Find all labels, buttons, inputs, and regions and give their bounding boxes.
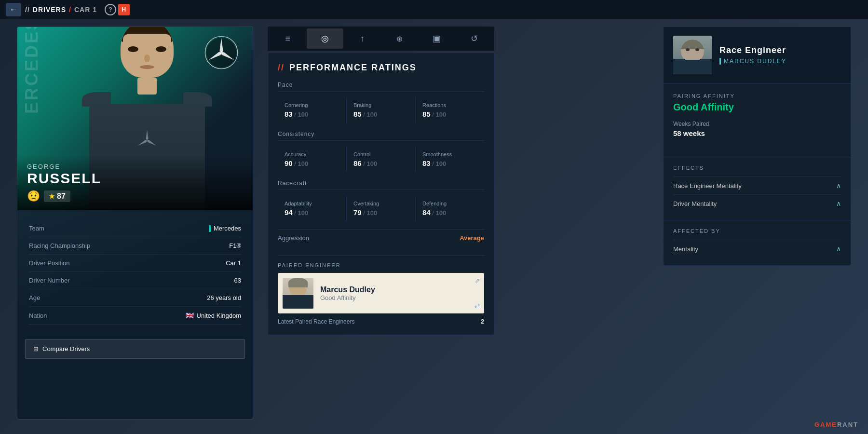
engineer-name: Marcus Dudley bbox=[320, 285, 375, 294]
help-buttons: ? H bbox=[105, 4, 130, 15]
driver-badges: 😟 ★ 87 bbox=[27, 190, 243, 203]
defending-label: Defending bbox=[422, 201, 477, 206]
latest-label: Latest Paired Race Engineers bbox=[278, 318, 354, 325]
top-bar: ← // DRIVERS / CAR 1 ? H bbox=[0, 0, 868, 19]
help-h-button[interactable]: H bbox=[118, 4, 130, 15]
uk-flag-icon: 🇬🇧 bbox=[186, 312, 194, 319]
braking-value: 85 / 100 bbox=[353, 110, 408, 118]
compare-icon: ⊟ bbox=[33, 345, 39, 353]
breadcrumb-slash: / bbox=[69, 6, 71, 14]
title-slashes: // bbox=[278, 63, 285, 73]
breadcrumb-subsection: CAR 1 bbox=[74, 6, 97, 14]
stat-value-position: Car 1 bbox=[226, 259, 241, 267]
engineer-name-text: MARCUS DUDLEY bbox=[724, 58, 787, 65]
stat-label-position: Driver Position bbox=[29, 259, 70, 267]
pairing-affinity-value: Good Affinity bbox=[673, 102, 841, 113]
overtaking-label: Overtaking bbox=[353, 201, 408, 206]
tab-history-icon: ↺ bbox=[471, 33, 478, 44]
effects-label: EFFECTS bbox=[673, 165, 841, 171]
back-button[interactable]: ← bbox=[6, 3, 21, 16]
paired-engineer-section: PAIRED ENGINEER Marcus Dudley Good Affin… bbox=[278, 255, 484, 325]
tab-history[interactable]: ↺ bbox=[456, 28, 492, 49]
tab-notes[interactable]: ▣ bbox=[419, 28, 455, 49]
cornering-value: 83 / 100 bbox=[285, 110, 339, 118]
stat-value-championship: F1® bbox=[229, 242, 241, 249]
aggression-row: Aggression Average bbox=[278, 229, 484, 246]
engineer-header-info: Race Engineer MARCUS DUDLEY bbox=[719, 45, 841, 65]
driver-first-name: GEORGE bbox=[27, 163, 243, 170]
watermark: GAMERANT bbox=[814, 421, 858, 428]
help-question-button[interactable]: ? bbox=[105, 4, 116, 15]
stat-row-championship: Racing Championship F1® bbox=[29, 237, 241, 255]
affected-row-mentality[interactable]: Mentality ∧ bbox=[673, 240, 841, 258]
latest-engineers-row: Latest Paired Race Engineers 2 bbox=[278, 313, 484, 325]
affected-section: AFFECTED BY Mentality ∧ bbox=[664, 220, 851, 265]
performance-card: // PERFORMANCE RATINGS Pace Cornering 83… bbox=[268, 53, 494, 335]
stat-label-age: Age bbox=[29, 294, 40, 301]
engineer-info: Marcus Dudley Good Affinity bbox=[320, 285, 375, 301]
stat-cornering: Cornering 83 / 100 bbox=[278, 97, 346, 123]
aggression-label: Aggression bbox=[278, 234, 309, 242]
chevron-up-icon: ∧ bbox=[836, 182, 841, 190]
svg-marker-8 bbox=[137, 139, 148, 147]
stat-row-nation: Nation 🇬🇧 United Kingdom bbox=[29, 307, 241, 325]
performance-panel: ≡ ◎ ↑ ⊕ ▣ ↺ // PERFORMANCE RATINGS Pace … bbox=[268, 27, 494, 420]
tab-development-icon: ↑ bbox=[360, 34, 365, 44]
tab-notes-icon: ▣ bbox=[433, 33, 441, 44]
watermark-suffix: RANT bbox=[837, 421, 858, 428]
control-label: Control bbox=[353, 151, 408, 157]
compare-drivers-button[interactable]: ⊟ Compare Drivers bbox=[25, 339, 245, 359]
tab-overview[interactable]: ≡ bbox=[270, 28, 306, 49]
adaptability-label: Adaptability bbox=[285, 201, 339, 206]
engineer-photo bbox=[283, 278, 313, 309]
breadcrumb: // DRIVERS / CAR 1 bbox=[25, 6, 97, 14]
stat-row-team: Team Mercedes bbox=[29, 220, 241, 237]
defending-value: 84 / 100 bbox=[422, 208, 477, 217]
stat-value-team: Mercedes bbox=[209, 225, 241, 232]
driver-rating: 87 bbox=[57, 192, 66, 201]
team-background-text: ERCEDES bbox=[22, 27, 42, 114]
affected-mentality-label: Mentality bbox=[673, 245, 698, 253]
tab-development[interactable]: ↑ bbox=[344, 28, 380, 49]
rating-badge: ★ 87 bbox=[44, 190, 70, 202]
effects-section: EFFECTS Race Engineer Mentality ∧ Driver… bbox=[664, 157, 851, 220]
chevron-up-icon-2: ∧ bbox=[836, 200, 841, 207]
stat-accuracy: Accuracy 90 / 100 bbox=[278, 147, 346, 172]
accuracy-value: 90 / 100 bbox=[285, 159, 339, 167]
stat-overtaking: Overtaking 79 / 100 bbox=[347, 196, 415, 221]
performance-title: // PERFORMANCE RATINGS bbox=[278, 63, 484, 73]
effect-driver-mentality-label: Driver Mentality bbox=[673, 200, 717, 207]
stat-control: Control 86 / 100 bbox=[347, 147, 415, 172]
cornering-label: Cornering bbox=[285, 102, 339, 108]
affected-label: AFFECTED BY bbox=[673, 228, 841, 234]
compare-label: Compare Drivers bbox=[42, 345, 90, 353]
engineer-header-photo bbox=[673, 36, 712, 74]
watermark-prefix: GAME bbox=[814, 421, 837, 428]
stat-value-age: 26 years old bbox=[207, 294, 241, 301]
pairing-section: PAIRING AFFINITY Good Affinity Weeks Pai… bbox=[664, 83, 851, 157]
aggression-value: Average bbox=[460, 234, 484, 242]
braking-label: Braking bbox=[353, 102, 408, 108]
svg-marker-7 bbox=[147, 139, 157, 147]
smoothness-value: 83 / 100 bbox=[422, 159, 477, 167]
paired-engineer-label: PAIRED ENGINEER bbox=[278, 262, 484, 268]
driver-last-name: RUSSELL bbox=[27, 170, 243, 186]
external-link-icon: ⇗ bbox=[475, 277, 480, 285]
stat-reactions: Reactions 85 / 100 bbox=[416, 97, 484, 123]
tab-performance[interactable]: ◎ bbox=[307, 28, 343, 49]
tab-contracts[interactable]: ⊕ bbox=[381, 28, 418, 49]
section-racecraft-label: Racecraft bbox=[278, 180, 484, 190]
stat-label-nation: Nation bbox=[29, 312, 47, 319]
title-text: PERFORMANCE RATINGS bbox=[289, 63, 417, 73]
engineer-card[interactable]: Marcus Dudley Good Affinity ⇗ ⇄ bbox=[278, 273, 484, 313]
driver-card: ERCEDES bbox=[17, 27, 253, 420]
stat-defending: Defending 84 / 100 bbox=[416, 196, 484, 221]
effect-row-driver-mentality[interactable]: Driver Mentality ∧ bbox=[673, 194, 841, 212]
latest-count: 2 bbox=[481, 318, 484, 325]
breadcrumb-section: DRIVERS bbox=[33, 6, 66, 14]
effect-row-engineer-mentality[interactable]: Race Engineer Mentality ∧ bbox=[673, 176, 841, 194]
section-pace-label: Pace bbox=[278, 81, 484, 92]
stat-braking: Braking 85 / 100 bbox=[347, 97, 415, 123]
overtaking-value: 79 / 100 bbox=[353, 208, 408, 217]
driver-photo-area: ERCEDES bbox=[17, 27, 253, 210]
